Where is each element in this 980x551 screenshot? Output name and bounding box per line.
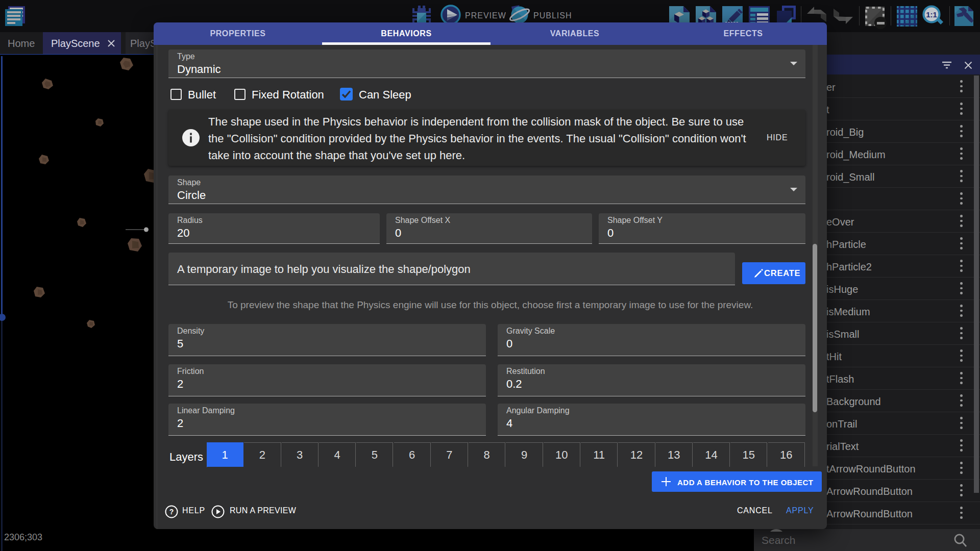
svg-text:?: ? bbox=[169, 508, 174, 516]
